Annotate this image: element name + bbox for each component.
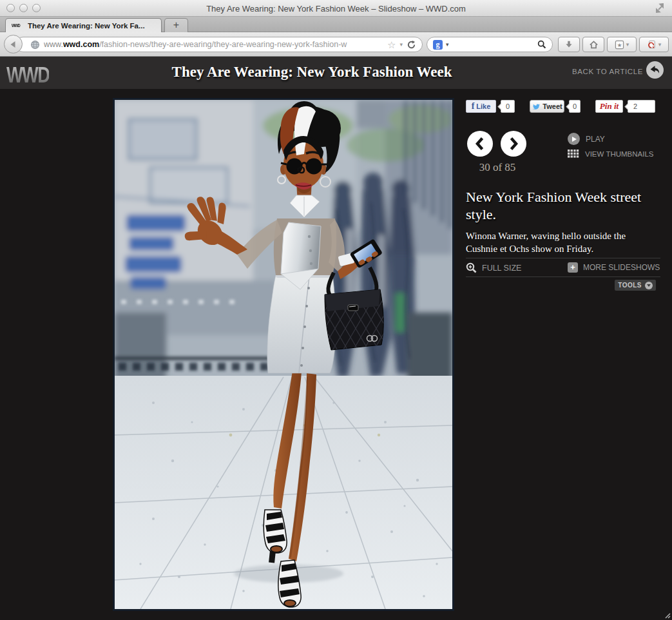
window-titlebar: They Are Wearing: New York Fashion Week … xyxy=(0,0,672,17)
reply-arrow-icon xyxy=(649,65,660,75)
bookmarks-dropdown-icon: ▾ xyxy=(626,42,629,48)
pin-count: 2 xyxy=(628,100,655,113)
search-field[interactable]: g ▾ xyxy=(427,37,553,52)
globe-icon xyxy=(30,40,40,50)
browser-tab-active[interactable]: WWD They Are Wearing: New York Fa... xyxy=(5,18,162,32)
downloads-button[interactable] xyxy=(558,37,580,52)
tweet-label: Tweet xyxy=(542,102,562,110)
page-title: They Are Wearing: New York Fashion Week xyxy=(172,64,452,81)
more-slideshows-button[interactable]: + MORE SLIDESHOWS xyxy=(568,262,660,273)
play-icon xyxy=(568,133,580,145)
pinit-button[interactable]: Pin it xyxy=(595,100,623,113)
back-to-article-link[interactable]: BACK TO ARTICLE xyxy=(572,68,643,75)
window-resize-icon[interactable] xyxy=(655,3,665,14)
pdf-converter-button[interactable]: ▾ xyxy=(639,37,669,52)
bookmarks-star-icon: ★ xyxy=(615,40,624,50)
play-label: PLAY xyxy=(586,135,605,144)
slide-position-indicator: 30 of 85 xyxy=(467,161,528,174)
divider xyxy=(466,276,660,277)
chevron-right-icon xyxy=(508,137,519,151)
slideshow-image[interactable] xyxy=(113,98,454,611)
home-button[interactable] xyxy=(582,37,604,52)
url-www: www. xyxy=(44,40,63,49)
previous-slide-button[interactable] xyxy=(467,131,493,157)
twitter-bird-icon xyxy=(532,103,540,110)
download-arrow-icon xyxy=(564,40,573,49)
google-icon: g xyxy=(433,40,443,50)
chevron-left-icon xyxy=(475,137,485,151)
pinit-label: Pin it xyxy=(600,101,619,111)
tab-bar: WWD They Are Wearing: New York Fa... + xyxy=(0,17,672,32)
navigation-toolbar: www.wwd.com/fashion-news/they-are-wearin… xyxy=(0,32,672,57)
facebook-like-widget: f Like 0 xyxy=(466,100,515,113)
facebook-icon: f xyxy=(472,102,475,111)
new-tab-button[interactable]: + xyxy=(164,18,188,32)
back-button[interactable] xyxy=(4,35,23,53)
tweet-widget: Tweet 0 xyxy=(530,100,581,113)
magnifier-plus-icon xyxy=(466,262,477,273)
url-field[interactable]: www.wwd.com/fashion-news/they-are-wearin… xyxy=(15,37,423,52)
caption-text: Winona Warner, waving hello outside the … xyxy=(466,229,636,255)
search-icon[interactable] xyxy=(537,40,546,49)
url-dropdown-icon[interactable]: ▾ xyxy=(399,42,403,48)
window-resize-grip[interactable] xyxy=(664,612,671,619)
view-thumbnails-label: VIEW THUMBNAILS xyxy=(585,150,654,158)
tab-title: They Are Wearing: New York Fa... xyxy=(28,22,145,30)
search-engine-dropdown-icon[interactable]: ▾ xyxy=(446,42,449,48)
wwd-logo[interactable]: WWD xyxy=(6,61,49,88)
url-text[interactable]: www.wwd.com/fashion-news/they-are-wearin… xyxy=(44,40,383,49)
svg-text:★: ★ xyxy=(617,41,622,48)
full-size-button[interactable]: FULL SIZE xyxy=(466,262,521,273)
tools-button[interactable]: TOOLS xyxy=(615,280,656,291)
tweet-button[interactable]: Tweet xyxy=(530,100,564,113)
tools-chevron-icon xyxy=(645,282,653,289)
pinit-widget: Pin it 2 xyxy=(595,100,655,113)
more-slideshows-label: MORE SLIDESHOWS xyxy=(583,263,660,272)
home-icon xyxy=(589,40,599,50)
pdf-dropdown-icon: ▾ xyxy=(658,42,662,48)
view-thumbnails-button[interactable]: VIEW THUMBNAILS xyxy=(568,150,654,159)
url-path: /fashion-news/they-are-wearing/they-are-… xyxy=(99,40,347,49)
back-arrow-icon xyxy=(9,40,18,49)
slideshow-sidebar: f Like 0 Tweet 0 Pin it 2 xyxy=(466,98,660,614)
like-label: Like xyxy=(476,102,490,110)
tweet-count: 0 xyxy=(569,100,581,113)
divider xyxy=(466,258,660,258)
caption-heading: New York Fashion Week street style. xyxy=(466,188,660,223)
slideshow-content: f Like 0 Tweet 0 Pin it 2 xyxy=(0,89,672,620)
bookmarks-menu-button[interactable]: ★ ▾ xyxy=(607,37,637,52)
full-size-label: FULL SIZE xyxy=(482,264,521,273)
like-count: 0 xyxy=(501,100,515,113)
bookmark-star-icon[interactable]: ☆ xyxy=(387,40,396,50)
slideshow-illustration xyxy=(115,100,452,609)
back-to-article-button[interactable] xyxy=(646,61,664,79)
facebook-like-button[interactable]: f Like xyxy=(466,100,496,113)
plus-icon: + xyxy=(568,262,578,273)
play-button[interactable]: PLAY xyxy=(568,133,605,145)
site-header: WWD They Are Wearing: New York Fashion W… xyxy=(0,57,672,89)
reload-icon[interactable] xyxy=(407,40,416,50)
grid-icon xyxy=(568,150,579,159)
url-domain: wwd.com xyxy=(63,40,99,49)
pdf-converter-icon xyxy=(647,40,657,50)
tools-label: TOOLS xyxy=(618,282,642,289)
window-title: They Are Wearing: New York Fashion Week … xyxy=(0,4,672,14)
next-slide-button[interactable] xyxy=(501,131,526,157)
wwd-favicon-icon: WWD xyxy=(12,23,20,28)
